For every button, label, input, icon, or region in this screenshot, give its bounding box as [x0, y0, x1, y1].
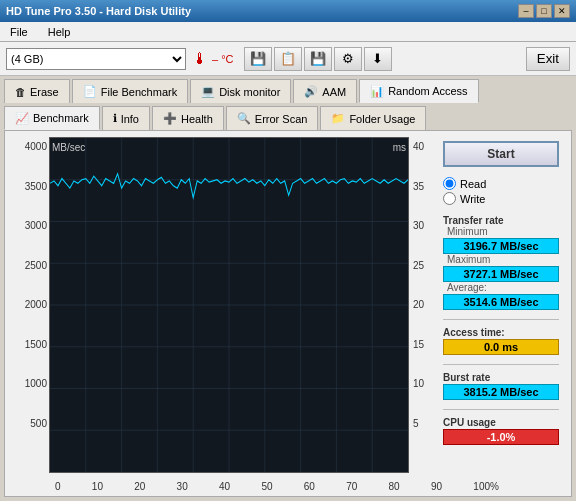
- toolbar-btn-5[interactable]: ⬇: [364, 47, 392, 71]
- tab-erase[interactable]: 🗑 Erase: [4, 79, 70, 103]
- tab-benchmark[interactable]: 📈 Benchmark: [4, 106, 100, 130]
- tab-random-access[interactable]: 📊 Random Access: [359, 79, 478, 103]
- y-label-2500: 2500: [25, 260, 47, 271]
- y-right-40: 40: [413, 141, 437, 152]
- burst-rate-label: Burst rate: [443, 372, 559, 383]
- random-access-icon: 📊: [370, 85, 384, 98]
- menu-bar: File Help: [0, 22, 576, 42]
- y-right-10: 10: [413, 378, 437, 389]
- drive-selector[interactable]: (4 GB): [6, 48, 186, 70]
- error-scan-icon: 🔍: [237, 112, 251, 125]
- aam-icon: 🔊: [304, 85, 318, 98]
- health-icon: ➕: [163, 112, 177, 125]
- y-label-3000: 3000: [25, 220, 47, 231]
- minimum-value: 3196.7 MB/sec: [443, 238, 559, 254]
- y-label-4000: 4000: [25, 141, 47, 152]
- tab-disk-monitor[interactable]: 💻 Disk monitor: [190, 79, 291, 103]
- tab-folder-usage[interactable]: 📁 Folder Usage: [320, 106, 426, 130]
- x-label-10: 10: [92, 481, 103, 492]
- toolbar-btn-2[interactable]: 📋: [274, 47, 302, 71]
- temperature-value: – °C: [212, 53, 234, 65]
- x-label-0: 0: [55, 481, 61, 492]
- cpu-usage-value: -1.0%: [443, 429, 559, 445]
- write-radio-label[interactable]: Write: [443, 192, 559, 205]
- write-radio[interactable]: [443, 192, 456, 205]
- y-label-1500: 1500: [25, 339, 47, 350]
- toolbar-btn-4[interactable]: ⚙: [334, 47, 362, 71]
- read-radio[interactable]: [443, 177, 456, 190]
- tab-health[interactable]: ➕ Health: [152, 106, 224, 130]
- maximum-label: Maximum: [447, 254, 559, 265]
- x-label-30: 30: [177, 481, 188, 492]
- average-value: 3514.6 MB/sec: [443, 294, 559, 310]
- benchmark-chart: MB/sec ms: [49, 137, 409, 473]
- main-content: 4000 3500 3000 2500 2000 1500 1000 500 M…: [4, 130, 572, 497]
- maximize-button[interactable]: □: [536, 4, 552, 18]
- y-right-30: 30: [413, 220, 437, 231]
- x-label-90: 90: [431, 481, 442, 492]
- divider-3: [443, 409, 559, 410]
- divider-1: [443, 319, 559, 320]
- primary-tabs: 🗑 Erase 📄 File Benchmark 💻 Disk monitor …: [0, 76, 576, 103]
- minimize-button[interactable]: –: [518, 4, 534, 18]
- x-label-80: 80: [389, 481, 400, 492]
- thermometer-icon: 🌡: [192, 50, 208, 68]
- cpu-usage-section: CPU usage -1.0%: [443, 417, 559, 445]
- app-title: HD Tune Pro 3.50 - Hard Disk Utility: [6, 5, 518, 17]
- title-bar: HD Tune Pro 3.50 - Hard Disk Utility – □…: [0, 0, 576, 22]
- y-axis-mbsec-label: MB/sec: [52, 142, 85, 153]
- tab-file-benchmark[interactable]: 📄 File Benchmark: [72, 79, 188, 103]
- access-time-value: 0.0 ms: [443, 339, 559, 355]
- toolbar-btn-1[interactable]: 💾: [244, 47, 272, 71]
- y-right-35: 35: [413, 181, 437, 192]
- tab-aam[interactable]: 🔊 AAM: [293, 79, 357, 103]
- disk-monitor-icon: 💻: [201, 85, 215, 98]
- y-axis-right: 40 35 30 25 20 15 10 5: [409, 137, 437, 473]
- x-axis: 0 10 20 30 40 50 60 70 80 90 100%: [11, 479, 565, 496]
- toolbar-btn-3[interactable]: 💾: [304, 47, 332, 71]
- chart-area: 4000 3500 3000 2500 2000 1500 1000 500 M…: [5, 131, 571, 479]
- y-right-15: 15: [413, 339, 437, 350]
- minimum-label: Minimum: [447, 226, 559, 237]
- toolbar: (4 GB) 🌡 – °C 💾 📋 💾 ⚙ ⬇ Exit: [0, 42, 576, 76]
- y-right-25: 25: [413, 260, 437, 271]
- x-label-20: 20: [134, 481, 145, 492]
- y-axis-left: 4000 3500 3000 2500 2000 1500 1000 500: [11, 137, 49, 473]
- exit-button[interactable]: Exit: [526, 47, 570, 71]
- x-label-40: 40: [219, 481, 230, 492]
- chart-svg: [50, 138, 408, 472]
- y-right-20: 20: [413, 299, 437, 310]
- temperature-display: 🌡 – °C: [192, 50, 234, 68]
- transfer-mode-group: Read Write: [443, 177, 559, 205]
- toolbar-icons: 💾 📋 💾 ⚙ ⬇: [244, 47, 392, 71]
- info-icon: ℹ: [113, 112, 117, 125]
- y-label-1000: 1000: [25, 378, 47, 389]
- folder-usage-icon: 📁: [331, 112, 345, 125]
- y-axis-ms-label: ms: [393, 142, 406, 153]
- cpu-usage-label: CPU usage: [443, 417, 559, 428]
- transfer-rate-label: Transfer rate: [443, 215, 559, 226]
- tab-info[interactable]: ℹ Info: [102, 106, 150, 130]
- read-radio-label[interactable]: Read: [443, 177, 559, 190]
- x-label-60: 60: [304, 481, 315, 492]
- y-label-3500: 3500: [25, 181, 47, 192]
- close-button[interactable]: ✕: [554, 4, 570, 18]
- x-label-70: 70: [346, 481, 357, 492]
- info-panel: Start Read Write Transfer rate Minimum 3…: [437, 137, 565, 473]
- y-label-500: 500: [30, 418, 47, 429]
- tab-error-scan[interactable]: 🔍 Error Scan: [226, 106, 319, 130]
- erase-icon: 🗑: [15, 86, 26, 98]
- x-label-100: 100%: [473, 481, 499, 492]
- menu-item-help[interactable]: Help: [42, 24, 77, 40]
- burst-rate-value: 3815.2 MB/sec: [443, 384, 559, 400]
- menu-item-file[interactable]: File: [4, 24, 34, 40]
- average-label: Average:: [447, 282, 559, 293]
- maximum-value: 3727.1 MB/sec: [443, 266, 559, 282]
- x-label-50: 50: [261, 481, 272, 492]
- y-right-5: 5: [413, 418, 437, 429]
- window-controls: – □ ✕: [518, 4, 570, 18]
- secondary-tabs: 📈 Benchmark ℹ Info ➕ Health 🔍 Error Scan…: [0, 103, 576, 130]
- y-label-2000: 2000: [25, 299, 47, 310]
- access-time-section: Access time: 0.0 ms: [443, 327, 559, 355]
- start-button[interactable]: Start: [443, 141, 559, 167]
